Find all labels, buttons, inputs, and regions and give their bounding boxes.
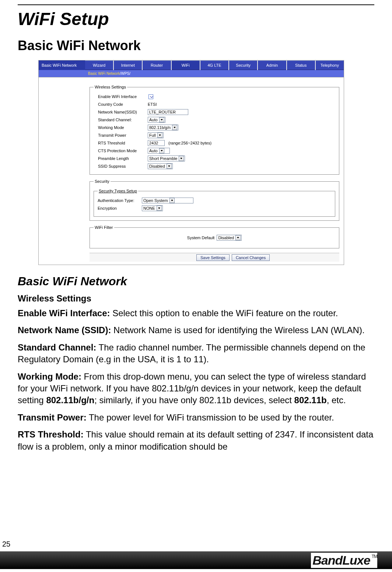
para-mode-v1: 802.11b/g/n [46,395,94,405]
para-mode-term: Working Mode: [18,372,81,381]
tab-telephony[interactable]: Telephony [316,60,344,70]
footer-bar: BandLuxe TM [0,551,392,569]
para-mode-v2: 802.11b [294,395,327,405]
chevron-down-icon [157,133,162,138]
tab-wifi[interactable]: WiFi [172,60,200,70]
para-channel: Standard Channel: The radio channel numb… [18,342,374,366]
chevron-down-icon [172,125,177,130]
para-enable-text: Select this option to enable the WiFi fe… [110,308,338,318]
para-tx-text: The power level for WiFi transmission to… [87,412,334,422]
preamble-select[interactable]: Short Preamble [148,156,185,161]
mode-select[interactable]: 802.11b/g/n [148,125,178,130]
label-channel: Standard Channel: [98,118,148,122]
legend-filter: WiFi Filter [94,225,114,230]
row-country: Country Code ETSI [98,101,335,108]
tx-select[interactable]: Full [148,132,164,138]
fieldset-wireless: Wireless Settings Enable WiFi Interface … [90,85,339,175]
ui-breadcrumb: Basic WiFi Network / WPS / [39,70,344,77]
label-filter: System Default [187,236,215,240]
tx-value: Full [149,133,156,137]
auth-select[interactable]: Open System [142,198,193,203]
cts-value: Auto [149,149,158,153]
ui-body: Wireless Settings Enable WiFi Interface … [39,77,344,265]
section-heading: Basic WiFi Network [18,38,374,53]
tab-internet[interactable]: Internet [114,60,142,70]
breadcrumb-wps[interactable]: WPS [121,72,129,76]
trademark-icon: TM [372,554,377,559]
filter-select[interactable]: Disabled [217,235,242,241]
rts-input[interactable]: 2432 [148,140,165,146]
rts-hint: (range:256~2432 bytes) [168,141,211,145]
save-button[interactable]: Save Settings [196,254,230,261]
chevron-down-icon [159,117,164,122]
cts-select[interactable]: Auto [148,148,170,154]
tab-router[interactable]: Router [143,60,171,70]
filter-value: Disabled [218,236,234,240]
chevron-down-icon [169,198,175,203]
enable-wifi-checkbox[interactable] [148,94,153,99]
para-ssid-term: Network Name (SSID): [18,325,111,335]
legend-security: Security [94,179,111,184]
row-channel: Standard Channel: Auto [98,116,335,123]
breadcrumb-active[interactable]: Basic WiFi Network [88,72,120,76]
para-ssid: Network Name (SSID): Network Name is use… [18,324,374,336]
legend-wireless: Wireless Settings [94,85,127,89]
enc-select[interactable]: NONE [142,205,163,211]
para-ssid-text: Network Name is used for identifying the… [111,325,364,335]
ssid-input[interactable]: LTE_ROUTER [148,109,188,115]
tab-wizard[interactable]: Wizard [85,60,113,70]
para-channel-term: Standard Channel: [18,342,96,352]
ssid-suppress-value: Disabled [149,164,165,168]
row-auth: Authentication Type: Open System [98,197,331,204]
tab-4glte[interactable]: 4G LTE [200,60,228,70]
ui-side-title: Basic WiFi Network [39,60,85,70]
para-rts-term: RTS Threshold: [18,429,84,439]
chevron-down-icon [179,156,184,161]
auth-value: Open System [143,198,168,203]
chevron-down-icon [157,206,162,211]
para-tx: Transmit Power: The power level for WiFi… [18,412,374,423]
label-ssid: Network Name(SSID) [98,110,148,114]
para-tx-term: Transmit Power: [18,412,87,422]
row-cts: CTS Protection Mode Auto [98,147,335,154]
row-mode: Working Mode 802.11b/g/n [98,124,335,131]
top-rule [18,4,374,5]
row-rts: RTS Threshold 2432 (range:256~2432 bytes… [98,140,335,146]
label-tx: Transmit Power [98,133,148,137]
brand-logo: BandLuxe TM [311,553,377,568]
label-mode: Working Mode [98,125,148,130]
label-enc: Encryption [98,206,142,210]
para-enable: Enable WiFi Interface: Select this optio… [18,307,374,319]
para-mode-t3: , etc. [327,395,346,405]
label-ssid-suppress: SSID Suppress [98,164,148,168]
tab-security[interactable]: Security [229,60,257,70]
chevron-down-icon [167,164,172,169]
row-filter: System Default Disabled [94,233,335,244]
label-country: Country Code [98,102,148,107]
section-heading-2: Basic WiFi Network [18,275,374,288]
chevron-down-icon [235,235,241,240]
mode-value: 802.11b/g/n [149,125,171,130]
value-country: ETSI [148,102,157,107]
label-enable: Enable WiFi Interface [98,94,148,99]
ui-footer: Save Settings Cancel Changes [90,253,339,262]
tab-status[interactable]: Status [287,60,315,70]
chevron-down-icon [159,148,164,153]
wireless-settings-heading: Wireless Settings [18,293,374,304]
label-cts: CTS Protection Mode [98,149,148,153]
para-mode: Working Mode: From this drop-down menu, … [18,371,374,407]
ui-header: Basic WiFi Network Wizard Internet Route… [39,60,344,70]
row-tx: Transmit Power Full [98,132,335,139]
ui-tabs: Wizard Internet Router WiFi 4G LTE Secur… [85,60,344,70]
para-mode-t2: ; similarly, if you have only 802.11b de… [94,395,294,405]
legend-security-types[interactable]: Security Types Setup [98,189,138,193]
tab-admin[interactable]: Admin [258,60,286,70]
ui-main-pane: Wireless Settings Enable WiFi Interface … [85,77,344,265]
channel-select[interactable]: Auto [148,117,165,123]
row-ssid-suppress: SSID Suppress Disabled [98,163,335,170]
row-preamble: Preamble Length Short Preamble [98,155,335,162]
cancel-button[interactable]: Cancel Changes [232,254,270,261]
channel-value: Auto [149,118,158,122]
ssid-suppress-select[interactable]: Disabled [148,163,173,169]
ui-left-pane [39,77,85,265]
